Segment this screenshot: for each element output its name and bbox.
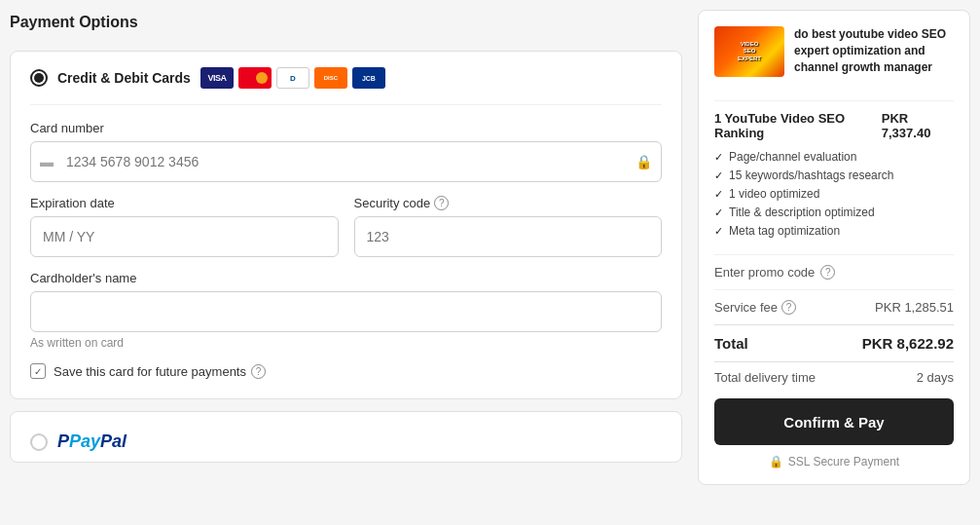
promo-help-icon[interactable]: ? (820, 265, 835, 280)
visa-logo: VISA (200, 67, 234, 89)
package-price-row: 1 YouTube Video SEO Ranking PKR 7,337.40 (714, 111, 954, 140)
feature-item-5: ✓ Meta tag optimization (714, 224, 954, 238)
security-input[interactable] (354, 216, 663, 257)
card-icon: ▬ (40, 154, 54, 169)
mastercard-logo (238, 67, 272, 89)
credit-card-option[interactable]: Credit & Debit Cards VISA D DISC JCB (30, 67, 662, 89)
discover-logo: DISC (314, 67, 347, 89)
card-number-label: Card number (30, 121, 662, 135)
section-title: Payment Options (10, 10, 682, 39)
cardholder-wrapper (30, 291, 662, 332)
package-label: 1 YouTube Video SEO Ranking (714, 111, 882, 140)
card-number-input[interactable] (30, 141, 662, 182)
cardholder-group: Cardholder's name As written on card (30, 271, 662, 350)
check-icon-1: ✓ (714, 151, 723, 164)
ssl-row: 🔒 SSL Secure Payment (714, 455, 954, 469)
security-help-icon[interactable]: ? (434, 196, 449, 210)
total-row: Total PKR 8,622.92 (714, 324, 954, 362)
service-fee-label: Service fee ? (714, 300, 796, 315)
exp-security-row: Expiration date Security code ? (30, 196, 662, 257)
feature-text-4: Title & description optimized (729, 206, 875, 219)
credit-card-radio[interactable] (30, 69, 48, 87)
expiration-label: Expiration date (30, 196, 339, 210)
paypal-logo: PPayPal (57, 431, 127, 452)
paypal-card: PPayPal (10, 411, 682, 463)
check-icon-2: ✓ (714, 169, 723, 182)
expiration-input[interactable] (30, 216, 339, 257)
card-form: Card number ▬ 🔒 Expiration date (30, 104, 662, 379)
save-card-row[interactable]: ✓ Save this card for future payments ? (30, 363, 662, 379)
jcb-logo: JCB (352, 67, 385, 89)
ssl-lock-icon: 🔒 (769, 455, 783, 469)
service-fee-amount: PKR 1,285.51 (875, 300, 954, 315)
paypal-option[interactable]: PPayPal (30, 418, 662, 456)
save-card-label: Save this card for future payments ? (54, 364, 266, 379)
fee-row: Service fee ? PKR 1,285.51 (714, 300, 954, 315)
service-fee-help-icon[interactable]: ? (781, 300, 796, 315)
save-card-help-icon[interactable]: ? (251, 364, 266, 379)
promo-row[interactable]: Enter promo code ? (714, 254, 954, 290)
cardholder-label: Cardholder's name (30, 271, 662, 285)
lock-icon: 🔒 (635, 154, 652, 169)
ssl-text: SSL Secure Payment (788, 455, 899, 469)
card-number-group: Card number ▬ 🔒 (30, 121, 662, 182)
check-icon-3: ✓ (714, 188, 723, 201)
feature-item-4: ✓ Title & description optimized (714, 206, 954, 219)
paypal-radio[interactable] (30, 433, 48, 451)
security-group: Security code ? (354, 196, 663, 257)
feature-item-2: ✓ 15 keywords/hashtags research (714, 169, 954, 182)
total-amount: PKR 8,622.92 (862, 335, 954, 352)
confirm-pay-button[interactable]: Confirm & Pay (714, 398, 954, 445)
total-label: Total (714, 335, 748, 352)
diners-logo: D (276, 67, 309, 89)
expiration-wrapper (30, 216, 339, 257)
credit-card-label: Credit & Debit Cards (57, 70, 191, 86)
delivery-row: Total delivery time 2 days (714, 370, 954, 385)
delivery-value: 2 days (917, 370, 954, 385)
feature-text-3: 1 video optimized (729, 187, 819, 201)
feature-text-2: 15 keywords/hashtags research (729, 169, 893, 182)
feature-text-5: Meta tag optimization (729, 224, 840, 238)
feature-text-1: Page/channel evaluation (729, 150, 856, 164)
check-icon-4: ✓ (714, 206, 723, 219)
security-wrapper (354, 216, 663, 257)
card-logos: VISA D DISC JCB (200, 67, 385, 89)
left-panel: Payment Options Credit & Debit Cards VIS… (10, 10, 682, 485)
payment-options-card: Credit & Debit Cards VISA D DISC JCB Car… (10, 51, 682, 399)
promo-label: Enter promo code (714, 265, 815, 280)
feature-item-3: ✓ 1 video optimized (714, 187, 954, 201)
feature-list: ✓ Page/channel evaluation ✓ 15 keywords/… (714, 150, 954, 243)
package-price: PKR 7,337.40 (882, 111, 954, 140)
expiration-group: Expiration date (30, 196, 339, 257)
delivery-label: Total delivery time (714, 370, 816, 385)
gig-thumbnail: VIDEOSEOEXPERT (714, 26, 784, 77)
cardholder-helper: As written on card (30, 336, 662, 350)
save-card-checkbox[interactable]: ✓ (30, 363, 46, 379)
gig-thumb-text: VIDEOSEOEXPERT (736, 39, 763, 64)
cardholder-input[interactable] (30, 291, 662, 332)
divider-1 (714, 100, 954, 101)
order-summary-panel: VIDEOSEOEXPERT do best youtube video SEO… (698, 10, 970, 485)
feature-item-1: ✓ Page/channel evaluation (714, 150, 954, 164)
check-icon-5: ✓ (714, 225, 723, 238)
gig-row: VIDEOSEOEXPERT do best youtube video SEO… (714, 26, 954, 77)
gig-title: do best youtube video SEO expert optimiz… (794, 26, 954, 77)
card-number-wrapper: ▬ 🔒 (30, 141, 662, 182)
security-label: Security code ? (354, 196, 663, 210)
